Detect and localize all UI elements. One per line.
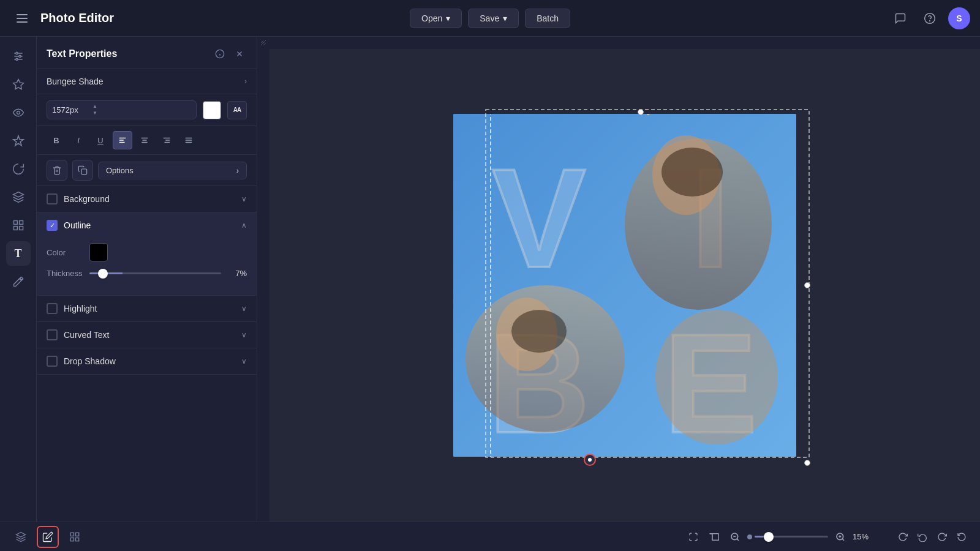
hamburger-menu-button[interactable] [10, 6, 34, 31]
zoom-dot [747, 534, 752, 539]
handle-bottom-right[interactable] [804, 460, 810, 466]
transform-tool-button[interactable] [6, 157, 31, 181]
app-title: Photo Editor [40, 11, 114, 25]
shapes-tool-button[interactable] [6, 213, 31, 238]
curved-text-checkbox[interactable] [47, 329, 58, 340]
redo-button[interactable] [933, 528, 951, 545]
svg-point-45 [662, 148, 723, 197]
highlight-checkbox[interactable] [47, 303, 58, 314]
edit-bottom-button[interactable] [37, 526, 59, 548]
drop-shadow-label: Drop Shadow [64, 356, 235, 366]
panel-info-button[interactable] [213, 47, 227, 61]
left-toolbar: T [0, 37, 37, 522]
outline-color-swatch[interactable] [89, 243, 108, 261]
adjust-tool-button[interactable] [6, 44, 31, 69]
outline-section: Outline ∧ Color Thickness 7% [37, 212, 257, 296]
batch-button[interactable]: Batch [525, 9, 570, 28]
font-size-input[interactable]: 1572px [52, 105, 89, 114]
panel-title: Text Properties [47, 48, 117, 59]
delete-button[interactable] [47, 160, 67, 181]
undo-button[interactable] [914, 528, 931, 545]
svg-marker-48 [17, 532, 26, 537]
canvas-content: V I B E [270, 49, 980, 522]
save-button[interactable]: Save ▾ [468, 9, 519, 28]
view-tool-button[interactable] [6, 100, 31, 125]
svg-line-58 [842, 539, 844, 541]
thickness-slider[interactable] [89, 272, 221, 274]
drop-shadow-chevron: ∨ [241, 357, 247, 365]
outline-checkbox[interactable] [47, 220, 58, 231]
highlight-label: Highlight [64, 304, 235, 313]
zoom-out-button[interactable] [726, 528, 744, 545]
svg-point-1 [930, 20, 930, 21]
chat-button[interactable] [889, 7, 911, 29]
font-selector[interactable]: Bungee Shade › [37, 69, 257, 94]
vertical-ruler [257, 49, 270, 522]
background-checkbox[interactable] [47, 193, 58, 204]
text-format-row: B I U [37, 126, 257, 155]
avatar-button[interactable]: S [948, 7, 970, 29]
curved-text-section-row[interactable]: Curved Text ∨ [37, 322, 257, 348]
crop-zoom-button[interactable] [706, 528, 723, 545]
svg-rect-14 [19, 227, 23, 230]
highlight-chevron: ∨ [241, 304, 247, 313]
ruler-corner [257, 37, 270, 49]
highlight-section-row[interactable]: Highlight ∨ [37, 296, 257, 322]
background-chevron: ∨ [241, 195, 247, 203]
underline-button[interactable]: U [91, 131, 110, 149]
font-size-down-button[interactable]: ▼ [91, 110, 99, 116]
duplicate-button[interactable] [72, 160, 93, 181]
bold-button[interactable]: B [47, 131, 66, 149]
svg-point-9 [17, 111, 20, 114]
main-content: T Text Properties [0, 37, 980, 522]
text-color-swatch[interactable] [203, 101, 221, 119]
font-selector-chevron: › [244, 77, 247, 86]
layers-tool-button[interactable] [6, 185, 31, 209]
canvas-image[interactable]: V I B E [453, 114, 796, 457]
font-case-button[interactable]: AA [227, 101, 247, 119]
font-size-up-button[interactable]: ▲ [91, 103, 99, 110]
svg-rect-50 [76, 533, 79, 536]
background-section-row[interactable]: Background ∨ [37, 186, 257, 212]
outline-content: Color Thickness 7% [37, 238, 257, 295]
align-justify-button[interactable] [179, 131, 198, 149]
svg-rect-34 [257, 49, 270, 522]
svg-point-46 [511, 310, 567, 353]
open-button[interactable]: Open ▾ [410, 9, 462, 28]
filters-tool-button[interactable] [6, 72, 31, 97]
panel-close-button[interactable] [232, 47, 247, 61]
layers-bottom-button[interactable] [10, 526, 32, 548]
panel-header: Text Properties [37, 37, 257, 69]
curved-text-label: Curved Text [64, 330, 235, 340]
drop-shadow-checkbox[interactable] [47, 356, 58, 367]
refresh-button[interactable] [894, 528, 911, 545]
italic-button[interactable]: I [69, 131, 88, 149]
svg-line-55 [737, 539, 739, 541]
canvas-area: // Ticks rendered via JS below [257, 37, 980, 522]
brush-tool-button[interactable] [6, 269, 31, 294]
header-center: Open ▾ Save ▾ Batch [410, 9, 570, 28]
options-chevron: › [236, 166, 239, 175]
svg-rect-32 [81, 169, 87, 174]
help-button[interactable] [919, 7, 941, 29]
outline-chevron: ∧ [241, 221, 247, 230]
zoom-in-button[interactable] [832, 528, 849, 545]
thickness-slider-wrap: 7% [89, 269, 247, 278]
options-button[interactable]: Options › [98, 162, 247, 179]
action-row: Options › [37, 155, 257, 186]
font-size-spinners: ▲ ▼ [91, 103, 99, 116]
effects-tool-button[interactable] [6, 129, 31, 153]
grid-bottom-button[interactable] [64, 526, 86, 548]
align-left-button[interactable] [113, 131, 132, 149]
fit-zoom-button[interactable] [685, 528, 702, 545]
svg-rect-49 [70, 533, 74, 536]
text-tool-button[interactable]: T [6, 241, 31, 266]
outline-header-row[interactable]: Outline ∧ [37, 212, 257, 238]
align-center-button[interactable] [135, 131, 154, 149]
align-right-button[interactable] [157, 131, 176, 149]
rotation-handle[interactable] [584, 454, 596, 466]
header-right: S [889, 7, 970, 29]
reset-button[interactable] [953, 528, 970, 545]
zoom-slider[interactable] [755, 536, 828, 538]
drop-shadow-section-row[interactable]: Drop Shadow ∨ [37, 348, 257, 375]
